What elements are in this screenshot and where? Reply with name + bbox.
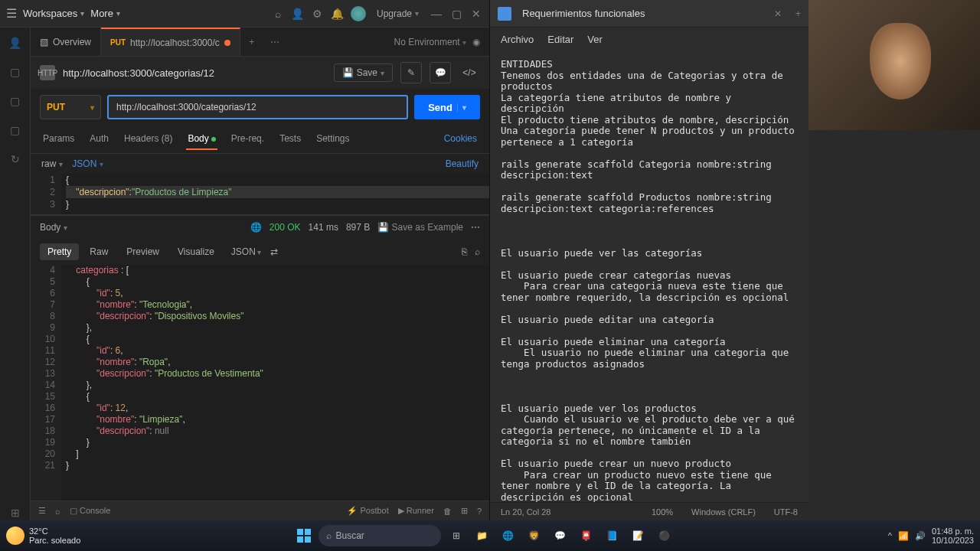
- notepad-content[interactable]: ENTIDADES Tenemos dos entidades una de C…: [490, 51, 808, 502]
- invite-icon[interactable]: 👤: [291, 7, 305, 21]
- upgrade-button[interactable]: Upgrade ▾: [372, 7, 423, 21]
- vscode-icon[interactable]: 📘: [602, 525, 623, 546]
- apis-icon[interactable]: ▢: [8, 64, 23, 80]
- notifications-icon[interactable]: 🔔: [331, 7, 345, 21]
- edit-icon[interactable]: ✎: [400, 62, 422, 83]
- sidebar-toggle-icon[interactable]: ☰: [38, 506, 46, 516]
- copy-icon[interactable]: ⎘: [462, 246, 467, 257]
- notepad-icon[interactable]: 📝: [628, 525, 649, 546]
- resp-tab-preview[interactable]: Preview: [119, 243, 167, 260]
- tab-overview[interactable]: ▧ Overview: [31, 28, 101, 56]
- subtab-body[interactable]: Body: [186, 129, 217, 150]
- save-example-button[interactable]: 💾 Save as Example: [377, 222, 463, 233]
- collections-icon[interactable]: 👤: [8, 35, 23, 51]
- notepad-window: Requerimientos funcionales ✕ + Archivo E…: [490, 0, 808, 520]
- env-quicklook-icon[interactable]: ◉: [472, 37, 480, 47]
- subtab-headers[interactable]: Headers (8): [122, 129, 174, 150]
- method-dropdown[interactable]: PUT▾: [40, 95, 101, 119]
- temperature: 32°C: [29, 527, 80, 536]
- notepad-menu: Archivo Editar Ver: [490, 28, 808, 51]
- wrap-icon[interactable]: ⇄: [270, 246, 278, 257]
- resp-format-dropdown[interactable]: JSON ▾: [231, 246, 261, 257]
- beautify-button[interactable]: Beautify: [446, 158, 479, 169]
- sync-icon[interactable]: [351, 6, 366, 21]
- tab-active-request[interactable]: PUT http://localhost:3000/c: [101, 28, 240, 56]
- request-tabs: ▧ Overview PUT http://localhost:3000/c +…: [31, 28, 489, 57]
- edge-icon[interactable]: 🌐: [498, 525, 519, 546]
- tray-chevron-icon[interactable]: ^: [888, 531, 892, 540]
- workspaces-dropdown[interactable]: Workspaces ▾: [23, 8, 84, 19]
- menu-file[interactable]: Archivo: [501, 34, 534, 45]
- code-icon[interactable]: </>: [459, 62, 480, 83]
- tabs-more-icon[interactable]: ⋯: [263, 28, 286, 56]
- taskbar-search[interactable]: ⌕ Buscar: [318, 525, 441, 546]
- request-body-editor[interactable]: 123 { "descripcion":"Productos de Limpie…: [31, 174, 489, 215]
- runner-button[interactable]: ▶ Runner: [398, 506, 434, 516]
- comments-icon[interactable]: 💬: [430, 62, 451, 83]
- webcam-overlay: [808, 0, 980, 130]
- explorer-icon[interactable]: 📁: [472, 525, 493, 546]
- body-type-dropdown[interactable]: raw ▾: [41, 158, 63, 169]
- response-body-dropdown[interactable]: Body ▾: [40, 222, 67, 233]
- layout-icon[interactable]: ⊞: [461, 506, 468, 516]
- mock-icon[interactable]: ▢: [8, 122, 23, 138]
- more-dropdown[interactable]: More ▾: [90, 8, 120, 19]
- subtab-settings[interactable]: Settings: [315, 129, 351, 150]
- subtab-prereq[interactable]: Pre-req.: [230, 129, 266, 150]
- clock[interactable]: 01:48 p. m. 10/10/2023: [932, 527, 974, 545]
- menu-view[interactable]: Ver: [587, 34, 603, 45]
- settings-icon[interactable]: ⚙: [311, 7, 325, 21]
- console-button[interactable]: ▢ Console: [70, 506, 110, 516]
- volume-icon[interactable]: 🔊: [915, 531, 926, 541]
- status-code: 200 OK: [270, 222, 301, 233]
- search-icon[interactable]: ⌕: [271, 7, 285, 21]
- zoom-level: 100%: [652, 507, 673, 517]
- search-response-icon[interactable]: ⌕: [475, 246, 480, 257]
- trash-icon[interactable]: 🗑: [443, 507, 452, 516]
- whatsapp-icon[interactable]: 💬: [550, 525, 571, 546]
- minimize-icon[interactable]: —: [430, 7, 443, 21]
- postman-icon[interactable]: 📮: [576, 525, 597, 546]
- cookies-link[interactable]: Cookies: [443, 129, 479, 150]
- more-sidebar-icon[interactable]: ⊞: [8, 505, 23, 520]
- maximize-icon[interactable]: ▢: [449, 7, 463, 21]
- subtab-auth[interactable]: Auth: [88, 129, 110, 150]
- postman-titlebar: ☰ Workspaces ▾ More ▾ ⌕ 👤 ⚙ 🔔 Upgrade ▾ …: [0, 0, 489, 28]
- environments-icon[interactable]: ▢: [8, 93, 23, 109]
- send-button[interactable]: Send▾: [414, 95, 480, 119]
- find-icon[interactable]: ⌕: [55, 507, 60, 516]
- obs-icon[interactable]: ⚫: [654, 525, 675, 546]
- weather-desc: Parc. soleado: [29, 536, 80, 545]
- system-tray[interactable]: ^ 📶 🔊 01:48 p. m. 10/10/2023: [888, 527, 974, 545]
- url-input[interactable]: http://localhost:3000/categorias/12: [107, 95, 408, 119]
- postbot-button[interactable]: ⚡ Postbot: [347, 506, 388, 516]
- menu-icon[interactable]: ☰: [6, 6, 17, 21]
- wifi-icon[interactable]: 📶: [898, 531, 909, 541]
- new-tab-icon[interactable]: +: [795, 8, 801, 19]
- cursor-position: Ln 20, Col 28: [501, 507, 550, 517]
- start-button[interactable]: [294, 526, 314, 546]
- response-body[interactable]: 456789101112131415161718192021 categoria…: [31, 265, 489, 500]
- request-title-bar: HTTP http://localhost:3000/categorias/12…: [31, 57, 489, 89]
- resp-tab-pretty[interactable]: Pretty: [40, 243, 79, 260]
- subtab-params[interactable]: Params: [41, 129, 76, 150]
- help-icon[interactable]: ?: [477, 507, 482, 516]
- close-tab-icon[interactable]: ✕: [774, 8, 782, 19]
- environment-dropdown[interactable]: No Environment ▾: [394, 37, 466, 47]
- resp-tab-visualize[interactable]: Visualize: [170, 243, 222, 260]
- body-format-dropdown[interactable]: JSON ▾: [72, 158, 103, 169]
- postman-footer: ☰ ⌕ ▢ Console ⚡ Postbot ▶ Runner 🗑 ⊞ ?: [31, 500, 489, 520]
- save-button[interactable]: 💾 Save ▾: [334, 64, 393, 82]
- globe-icon[interactable]: 🌐: [250, 222, 262, 233]
- close-icon[interactable]: ✕: [469, 7, 483, 21]
- brave-icon[interactable]: 🦁: [524, 525, 545, 546]
- resp-tab-raw[interactable]: Raw: [82, 243, 116, 260]
- taskview-icon[interactable]: ⊞: [446, 525, 467, 546]
- history-icon[interactable]: ↻: [8, 152, 23, 167]
- subtab-tests[interactable]: Tests: [278, 129, 302, 150]
- response-header: Body ▾ 🌐 200 OK 141 ms 897 B 💾 Save as E…: [31, 215, 489, 239]
- menu-edit[interactable]: Editar: [547, 34, 573, 45]
- more-response-icon[interactable]: ⋯: [471, 222, 480, 233]
- new-tab-button[interactable]: +: [240, 28, 263, 56]
- weather-widget[interactable]: 32°C Parc. soleado: [6, 527, 80, 545]
